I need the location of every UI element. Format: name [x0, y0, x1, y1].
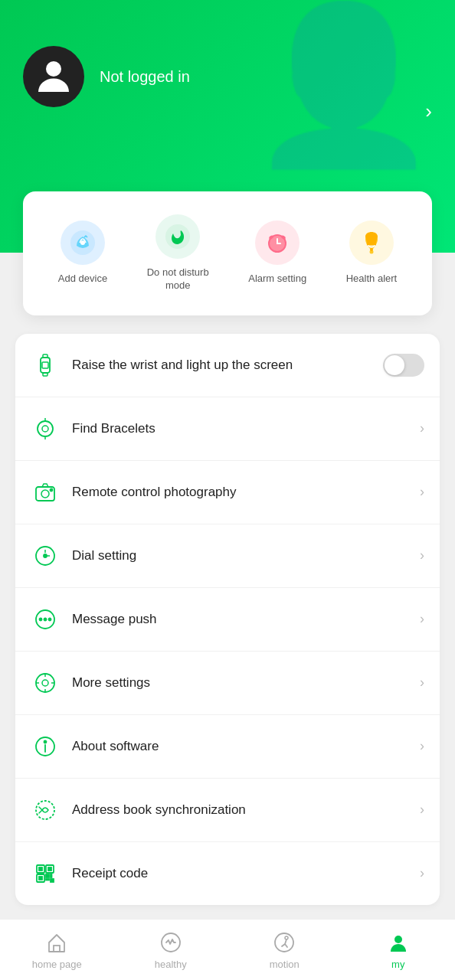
remote-photography-label: Remote control photography	[72, 485, 420, 500]
motion-icon	[272, 930, 296, 955]
nav-home-page[interactable]: home page	[0, 930, 114, 970]
toggle-knob	[385, 355, 404, 375]
find-bracelets-label: Find Bracelets	[72, 421, 420, 436]
raise-wrist-toggle[interactable]	[383, 354, 424, 377]
user-info: Not logged in	[23, 46, 190, 107]
nav-healthy[interactable]: healthy	[114, 930, 228, 970]
address-book-sync-icon	[31, 795, 60, 825]
svg-rect-46	[48, 867, 51, 871]
svg-point-17	[38, 421, 53, 436]
dial-setting-icon	[31, 541, 60, 570]
svg-point-12	[370, 248, 373, 251]
address-book-sync-label: Address book synchronization	[72, 802, 420, 818]
svg-point-41	[36, 801, 54, 819]
raise-wrist-label: Raise the wrist and light up the screen	[72, 358, 383, 373]
receipt-code-label: Receipt code	[72, 866, 420, 881]
svg-rect-52	[54, 946, 60, 952]
settings-item-raise-wrist[interactable]: Raise the wrist and light up the screen	[15, 334, 440, 397]
settings-item-find-bracelets[interactable]: Find Bracelets ›	[15, 397, 440, 461]
settings-item-receipt-code[interactable]: Receipt code ›	[15, 842, 440, 905]
more-settings-label: More settings	[72, 675, 420, 691]
svg-point-31	[49, 618, 51, 620]
svg-rect-47	[39, 877, 42, 880]
find-bracelets-icon	[31, 414, 60, 443]
svg-point-29	[40, 618, 42, 620]
svg-point-3	[165, 224, 190, 249]
settings-list: Raise the wrist and light up the screen …	[15, 334, 440, 905]
find-bracelets-arrow: ›	[420, 420, 424, 436]
svg-rect-14	[43, 354, 47, 358]
receipt-code-icon	[31, 859, 60, 888]
nav-motion[interactable]: motion	[228, 930, 342, 970]
dial-setting-label: Dial setting	[72, 548, 420, 564]
svg-rect-15	[43, 373, 47, 376]
quick-action-do-not-disturb[interactable]: Do not disturbmode	[147, 214, 209, 292]
my-icon	[386, 930, 411, 955]
home-page-label: home page	[32, 959, 82, 970]
healthy-label: healthy	[155, 959, 187, 970]
remote-photography-icon	[31, 478, 60, 507]
motion-label: motion	[270, 959, 300, 970]
home-icon	[44, 930, 69, 955]
svg-rect-49	[51, 879, 54, 882]
quick-action-alarm-setting[interactable]: Alarm setting	[248, 220, 306, 286]
bottom-navigation: home page healthy motion my	[0, 919, 455, 980]
svg-point-18	[42, 426, 48, 432]
raise-wrist-icon	[31, 351, 60, 380]
remote-photography-arrow: ›	[420, 484, 424, 500]
health-alert-label: Health alert	[346, 273, 397, 286]
svg-point-23	[51, 488, 53, 491]
svg-rect-45	[39, 867, 42, 871]
about-software-arrow: ›	[420, 738, 424, 754]
svg-rect-10	[275, 251, 280, 253]
svg-point-27	[44, 554, 47, 557]
receipt-code-arrow: ›	[420, 865, 424, 881]
health-alert-icon	[349, 220, 394, 265]
settings-item-dial-setting[interactable]: Dial setting ›	[15, 524, 440, 588]
message-push-label: Message push	[72, 612, 420, 627]
message-push-icon	[31, 605, 60, 634]
svg-point-40	[44, 740, 47, 743]
svg-point-0	[46, 61, 61, 77]
quick-action-add-device[interactable]: Add device	[58, 220, 107, 286]
svg-point-2	[80, 240, 85, 245]
svg-rect-48	[46, 874, 49, 877]
settings-item-remote-photography[interactable]: Remote control photography ›	[15, 461, 440, 524]
my-label: my	[391, 959, 404, 970]
svg-point-33	[42, 680, 48, 686]
svg-rect-7	[277, 243, 281, 244]
message-push-arrow: ›	[420, 611, 424, 627]
nav-my[interactable]: my	[342, 930, 456, 970]
quick-action-health-alert[interactable]: Health alert	[346, 220, 397, 286]
do-not-disturb-label: Do not disturbmode	[147, 266, 209, 292]
login-status: Not logged in	[100, 68, 190, 86]
about-software-label: About software	[72, 739, 420, 754]
more-settings-arrow: ›	[420, 675, 424, 691]
svg-point-22	[41, 490, 49, 498]
svg-rect-16	[42, 362, 48, 368]
add-device-label: Add device	[58, 273, 107, 286]
healthy-icon	[159, 930, 183, 955]
about-software-icon	[31, 732, 60, 761]
header-decoration: 👤	[248, 8, 440, 161]
more-settings-icon	[31, 668, 60, 697]
alarm-setting-label: Alarm setting	[248, 273, 306, 286]
do-not-disturb-icon	[155, 214, 200, 259]
dial-setting-arrow: ›	[420, 547, 424, 564]
settings-item-about-software[interactable]: About software ›	[15, 715, 440, 779]
svg-rect-50	[46, 879, 49, 880]
avatar[interactable]	[23, 46, 84, 107]
alarm-setting-icon	[255, 220, 300, 265]
svg-point-56	[394, 936, 402, 943]
quick-actions-card: Add device Do not disturbmode	[23, 191, 432, 315]
settings-item-more-settings[interactable]: More settings ›	[15, 652, 440, 715]
svg-point-54	[275, 933, 293, 952]
add-device-icon	[61, 220, 105, 265]
settings-item-message-push[interactable]: Message push ›	[15, 588, 440, 652]
header-arrow[interactable]: ›	[425, 100, 432, 123]
settings-item-address-book-sync[interactable]: Address book synchronization ›	[15, 779, 440, 842]
svg-point-30	[44, 618, 47, 620]
address-book-sync-arrow: ›	[420, 802, 424, 818]
svg-rect-51	[51, 874, 52, 877]
